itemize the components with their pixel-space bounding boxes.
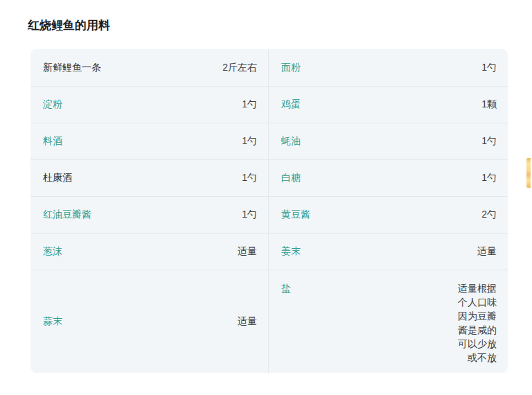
ingredient-link[interactable]: 蒜末 bbox=[43, 315, 62, 328]
ingredient-amount: 1勺 bbox=[242, 209, 257, 221]
ingredient-amount: 适量 bbox=[477, 245, 497, 258]
ingredient-name: 新鲜鲤鱼一条 bbox=[43, 62, 101, 74]
ingredient-link[interactable]: 面粉 bbox=[281, 62, 301, 74]
floating-side-widget[interactable] bbox=[526, 158, 531, 188]
ingredient-amount: 适量 bbox=[238, 315, 257, 328]
ingredient-link[interactable]: 盐 bbox=[281, 281, 291, 295]
ingredient-row: 蚝油 1勺 bbox=[269, 123, 508, 159]
ingredient-row: 红油豆瓣酱 1勺 bbox=[30, 196, 268, 233]
ingredient-link[interactable]: 淀粉 bbox=[43, 98, 62, 111]
ingredient-amount: 1颗 bbox=[481, 98, 497, 111]
ingredient-row: 淀粉 1勺 bbox=[30, 86, 268, 123]
ingredient-amount: 适量 bbox=[238, 245, 257, 258]
ingredient-link[interactable]: 姜末 bbox=[281, 245, 301, 258]
ingredient-amount: 1勺 bbox=[242, 172, 257, 184]
ingredient-link[interactable]: 红油豆瓣酱 bbox=[43, 209, 91, 221]
ingredients-table: 新鲜鲤鱼一条 2斤左右 淀粉 1勺 料酒 1勺 杜康酒 1勺 红油豆瓣酱 1勺 … bbox=[30, 49, 508, 373]
ingredient-row: 姜末 适量 bbox=[269, 233, 508, 270]
ingredient-row: 面粉 1勺 bbox=[269, 49, 508, 86]
ingredient-row: 葱沫 适量 bbox=[30, 233, 268, 270]
ingredient-amount: 1勺 bbox=[242, 98, 257, 111]
ingredient-amount: 1勺 bbox=[481, 135, 497, 148]
ingredient-row: 盐 适量根据个人口味因为豆瓣酱是咸的可以少放或不放 bbox=[269, 270, 508, 373]
ingredient-row: 鸡蛋 1颗 bbox=[269, 86, 508, 123]
ingredient-link[interactable]: 白糖 bbox=[281, 172, 301, 184]
ingredient-amount: 适量根据个人口味因为豆瓣酱是咸的可以少放或不放 bbox=[455, 281, 497, 365]
ingredient-row: 新鲜鲤鱼一条 2斤左右 bbox=[30, 49, 268, 86]
ingredient-amount: 1勺 bbox=[481, 172, 497, 184]
ingredient-row: 料酒 1勺 bbox=[30, 123, 268, 159]
ingredient-name: 杜康酒 bbox=[43, 172, 72, 184]
page-title: 红烧鲤鱼的用料 bbox=[28, 18, 110, 33]
ingredient-row: 蒜末 适量 bbox=[30, 270, 268, 373]
ingredient-amount: 2斤左右 bbox=[222, 62, 257, 74]
ingredient-row: 黄豆酱 2勺 bbox=[269, 196, 508, 233]
ingredient-link[interactable]: 鸡蛋 bbox=[281, 98, 301, 111]
recipe-page: 红烧鲤鱼的用料 新鲜鲤鱼一条 2斤左右 淀粉 1勺 料酒 1勺 杜康酒 1勺 红… bbox=[0, 0, 532, 395]
ingredients-column-left: 新鲜鲤鱼一条 2斤左右 淀粉 1勺 料酒 1勺 杜康酒 1勺 红油豆瓣酱 1勺 … bbox=[30, 49, 268, 373]
ingredient-row: 白糖 1勺 bbox=[269, 159, 508, 196]
ingredient-link[interactable]: 黄豆酱 bbox=[281, 209, 310, 221]
ingredient-link[interactable]: 葱沫 bbox=[43, 245, 62, 258]
ingredient-row: 杜康酒 1勺 bbox=[30, 159, 268, 196]
ingredient-amount: 2勺 bbox=[481, 209, 497, 221]
ingredients-column-right: 面粉 1勺 鸡蛋 1颗 蚝油 1勺 白糖 1勺 黄豆酱 2勺 姜末 适量 bbox=[268, 49, 508, 373]
ingredient-link[interactable]: 料酒 bbox=[43, 135, 62, 148]
ingredient-amount: 1勺 bbox=[242, 135, 257, 148]
ingredient-link[interactable]: 蚝油 bbox=[281, 135, 301, 148]
ingredient-amount: 1勺 bbox=[481, 62, 497, 74]
